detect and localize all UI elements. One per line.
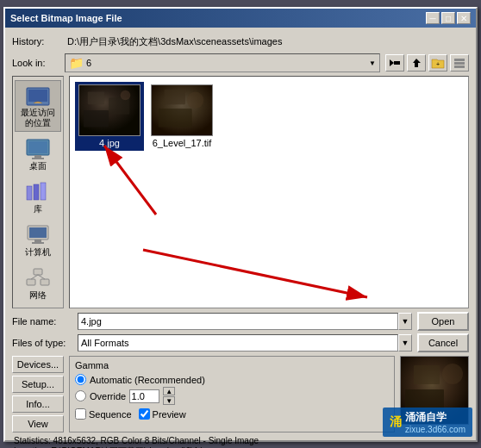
title-bar-controls: ─ □ ✕ bbox=[426, 12, 471, 24]
new-folder-button[interactable]: + bbox=[428, 54, 447, 72]
desktop-icon bbox=[24, 137, 52, 161]
library-icon bbox=[24, 180, 52, 204]
history-label: History: bbox=[12, 36, 59, 47]
bottom-form: File name: ▼ Open Files of type: ▼ Cance… bbox=[12, 312, 469, 352]
info-button[interactable]: Info... bbox=[12, 395, 64, 413]
watermark-url: zixue.3d66.com bbox=[405, 425, 465, 434]
svg-rect-20 bbox=[41, 279, 49, 285]
svg-rect-6 bbox=[28, 90, 47, 102]
sidebar-item-desktop[interactable]: 桌面 bbox=[15, 134, 61, 175]
sidebar-item-library[interactable]: 库 bbox=[15, 177, 61, 218]
svg-point-31 bbox=[187, 92, 203, 109]
thumbnail-4jpg bbox=[78, 84, 141, 136]
view-menu-button[interactable] bbox=[450, 54, 469, 72]
setup-button[interactable]: Setup... bbox=[12, 376, 64, 393]
file-name-row: File name: ▼ Open bbox=[12, 312, 469, 331]
svg-rect-2 bbox=[454, 59, 465, 61]
cancel-button[interactable]: Cancel bbox=[417, 333, 469, 352]
computer-icon bbox=[24, 223, 52, 247]
history-input[interactable] bbox=[65, 33, 469, 50]
statistics-text: Statistics: 4816x5632, RGB Color 8 Bits/… bbox=[14, 436, 467, 445]
look-in-dropdown-arrow: ▼ bbox=[369, 59, 376, 67]
file-area: 4.jpg bbox=[69, 76, 469, 308]
file-label-4jpg: 4.jpg bbox=[99, 138, 120, 148]
check-row: Sequence Preview bbox=[75, 408, 389, 420]
files-type-row: Files of type: ▼ Cancel bbox=[12, 333, 469, 352]
override-radio[interactable] bbox=[75, 390, 86, 401]
svg-rect-12 bbox=[34, 184, 39, 200]
override-up-btn[interactable]: ▲ bbox=[163, 387, 175, 395]
svg-point-37 bbox=[442, 364, 463, 384]
override-label: Override bbox=[90, 391, 126, 401]
back-button[interactable] bbox=[385, 54, 404, 72]
sidebar-label-network: 网络 bbox=[29, 290, 47, 301]
sidebar: 最近访问的位置 桌面 bbox=[12, 76, 64, 308]
toolbar-row: + bbox=[385, 54, 469, 72]
svg-rect-0 bbox=[394, 61, 400, 65]
files-type-dropdown-btn[interactable]: ▼ bbox=[398, 334, 412, 352]
file-name-input[interactable] bbox=[78, 313, 398, 330]
open-button[interactable]: Open bbox=[417, 312, 469, 331]
preview-checkbox[interactable] bbox=[139, 408, 150, 420]
sidebar-label-computer: 计算机 bbox=[25, 247, 51, 258]
stats-bar: Statistics: 4816x5632, RGB Color 8 Bits/… bbox=[12, 436, 469, 448]
gamma-title: Gamma bbox=[75, 360, 389, 370]
override-value-input[interactable] bbox=[129, 389, 159, 403]
view-button[interactable]: View bbox=[12, 415, 64, 432]
svg-rect-18 bbox=[34, 269, 42, 275]
watermark-title: 涌涌自学 bbox=[405, 410, 465, 425]
files-of-type-input[interactable] bbox=[78, 334, 398, 352]
look-in-label: Look in: bbox=[12, 58, 59, 68]
svg-rect-26 bbox=[84, 110, 109, 127]
file-item-4jpg[interactable]: 4.jpg bbox=[75, 82, 144, 151]
svg-point-27 bbox=[121, 90, 131, 101]
automatic-radio[interactable] bbox=[75, 374, 86, 385]
watermark-text-block: 涌涌自学 zixue.3d66.com bbox=[405, 410, 465, 434]
sidebar-item-recent[interactable]: 最近访问的位置 bbox=[15, 80, 61, 132]
svg-rect-4 bbox=[454, 65, 465, 68]
automatic-label: Automatic (Recommended) bbox=[90, 375, 205, 385]
title-bar: Select Bitmap Image File ─ □ ✕ bbox=[5, 9, 476, 28]
up-button[interactable] bbox=[407, 54, 426, 72]
watermark-logo: 涌 bbox=[390, 414, 402, 430]
svg-rect-19 bbox=[27, 279, 35, 285]
file-name-dropdown-btn[interactable]: ▼ bbox=[398, 313, 412, 330]
svg-rect-24 bbox=[88, 92, 104, 105]
svg-rect-10 bbox=[32, 158, 44, 159]
sidebar-item-network[interactable]: 网络 bbox=[15, 263, 61, 304]
watermark: 涌 涌涌自学 zixue.3d66.com bbox=[383, 408, 472, 437]
history-row: History: document.querySelector('[data-n… bbox=[12, 33, 469, 50]
svg-rect-8 bbox=[28, 141, 47, 153]
file-item-tif[interactable]: 6_Level_17.tif bbox=[147, 82, 216, 151]
maximize-button[interactable]: □ bbox=[441, 12, 455, 24]
sidebar-label-library: 库 bbox=[34, 204, 42, 215]
sidebar-label-desktop: 桌面 bbox=[29, 161, 47, 171]
dialog-body: History: document.querySelector('[data-n… bbox=[5, 28, 476, 448]
sidebar-label-recent: 最近访问的位置 bbox=[18, 108, 58, 128]
svg-rect-3 bbox=[454, 62, 465, 65]
svg-rect-35 bbox=[414, 365, 440, 384]
svg-rect-15 bbox=[29, 227, 47, 238]
svg-rect-30 bbox=[159, 109, 192, 127]
recent-icon bbox=[24, 84, 52, 108]
file-name-label: File name: bbox=[12, 316, 72, 327]
svg-line-33 bbox=[104, 146, 156, 215]
svg-rect-9 bbox=[34, 155, 41, 158]
close-button[interactable]: ✕ bbox=[457, 12, 471, 24]
thumbnail-tif bbox=[151, 84, 213, 136]
devices-button[interactable]: Devices... bbox=[12, 356, 64, 373]
svg-text:+: + bbox=[436, 61, 440, 67]
look-in-row: Look in: 📁 6 ▼ + bbox=[12, 53, 469, 72]
left-buttons: Devices... Setup... Info... View bbox=[12, 356, 64, 432]
sidebar-item-computer[interactable]: 计算机 bbox=[15, 220, 61, 261]
automatic-radio-row: Automatic (Recommended) bbox=[75, 374, 389, 385]
sequence-label: Sequence bbox=[89, 409, 132, 420]
gamma-panel: Gamma Automatic (Recommended) Override ▲… bbox=[69, 356, 395, 432]
file-label-tif: 6_Level_17.tif bbox=[153, 138, 212, 148]
svg-rect-25 bbox=[109, 97, 129, 114]
sequence-checkbox[interactable] bbox=[75, 408, 86, 420]
override-radio-row: Override ▲ ▼ bbox=[75, 387, 389, 405]
override-down-btn[interactable]: ▼ bbox=[163, 396, 175, 405]
preview-label: Preview bbox=[153, 409, 186, 420]
minimize-button[interactable]: ─ bbox=[426, 12, 440, 24]
